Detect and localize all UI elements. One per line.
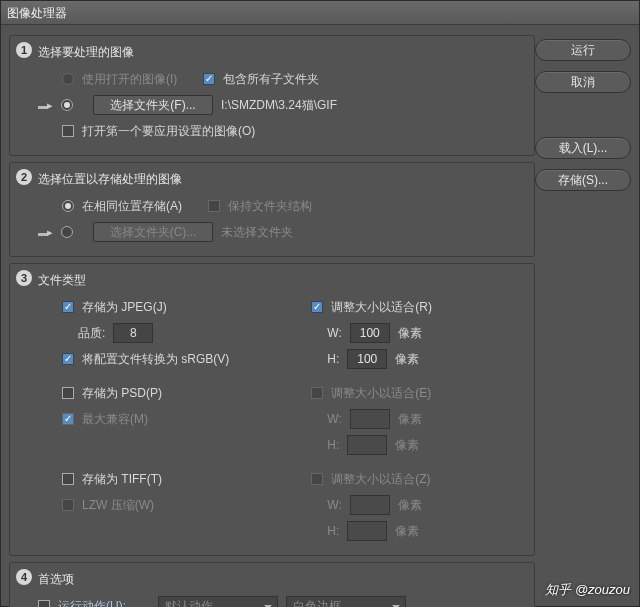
checkbox-keep-structure bbox=[208, 200, 220, 212]
input-psd-h bbox=[347, 435, 387, 455]
checkbox-lzw bbox=[62, 499, 74, 511]
label-jpeg-h: H: bbox=[327, 352, 339, 366]
step-badge-4: 4 bbox=[16, 569, 32, 585]
label-tiff-resize: 调整大小以适合(Z) bbox=[331, 471, 430, 488]
section-title-3: 文件类型 bbox=[38, 272, 526, 289]
unit-psd-w: 像素 bbox=[398, 411, 422, 428]
label-save-same-location: 在相同位置存储(A) bbox=[82, 198, 182, 215]
watermark-text: 知乎 @zouzou bbox=[545, 581, 630, 599]
checkbox-tiff-resize bbox=[311, 473, 323, 485]
checkbox-include-subfolders[interactable] bbox=[203, 73, 215, 85]
select-folder-button[interactable]: 选择文件夹(F)... bbox=[93, 95, 213, 115]
step-badge-3: 3 bbox=[16, 270, 32, 286]
label-include-subfolders: 包含所有子文件夹 bbox=[223, 71, 319, 88]
label-save-jpeg: 存储为 JPEG(J) bbox=[82, 299, 167, 316]
cancel-button[interactable]: 取消 bbox=[535, 71, 631, 93]
label-save-psd: 存储为 PSD(P) bbox=[82, 385, 162, 402]
input-tiff-w bbox=[350, 495, 390, 515]
unit-tiff-h: 像素 bbox=[395, 523, 419, 540]
label-keep-structure: 保持文件夹结构 bbox=[228, 198, 312, 215]
label-psd-resize: 调整大小以适合(E) bbox=[331, 385, 431, 402]
label-psd-w: W: bbox=[327, 412, 341, 426]
section-source: 1 选择要处理的图像 使用打开的图像(I) 包含所有子文件夹 选择文件夹(F).… bbox=[9, 35, 535, 156]
input-tiff-h bbox=[347, 521, 387, 541]
checkbox-run-action[interactable] bbox=[38, 600, 50, 607]
run-button[interactable]: 运行 bbox=[535, 39, 631, 61]
checkbox-save-psd[interactable] bbox=[62, 387, 74, 399]
label-tiff-h: H: bbox=[327, 524, 339, 538]
checkbox-open-first[interactable] bbox=[62, 125, 74, 137]
unit-psd-h: 像素 bbox=[395, 437, 419, 454]
folder-path-text: I:\SMZDM\3.24猫\GIF bbox=[221, 97, 337, 114]
label-jpeg-resize: 调整大小以适合(R) bbox=[331, 299, 432, 316]
section-title-1: 选择要处理的图像 bbox=[38, 44, 526, 61]
label-use-open-images: 使用打开的图像(I) bbox=[82, 71, 177, 88]
label-max-compat: 最大兼容(M) bbox=[82, 411, 148, 428]
radio-dest-folder[interactable] bbox=[61, 226, 73, 238]
label-save-tiff: 存储为 TIFF(T) bbox=[82, 471, 162, 488]
unit-jpeg-w: 像素 bbox=[398, 325, 422, 342]
label-convert-srgb: 将配置文件转换为 sRGB(V) bbox=[82, 351, 229, 368]
unit-tiff-w: 像素 bbox=[398, 497, 422, 514]
radio-save-same-location[interactable] bbox=[62, 200, 74, 212]
label-jpeg-w: W: bbox=[327, 326, 341, 340]
checkbox-save-tiff[interactable] bbox=[62, 473, 74, 485]
step-badge-2: 2 bbox=[16, 169, 32, 185]
dest-folder-button[interactable]: 选择文件夹(C)... bbox=[93, 222, 213, 242]
select-action-name: 白色边框 bbox=[286, 596, 406, 607]
input-quality[interactable] bbox=[113, 323, 153, 343]
label-tiff-w: W: bbox=[327, 498, 341, 512]
section-prefs: 4 首选项 运行动作(U): 默认动作 白色边框 版权信息: 包含 ICC 配置… bbox=[9, 562, 535, 607]
save-button[interactable]: 存储(S)... bbox=[535, 169, 631, 191]
folder-icon-2 bbox=[38, 226, 53, 239]
radio-use-open-images bbox=[62, 73, 74, 85]
input-jpeg-h[interactable] bbox=[347, 349, 387, 369]
label-psd-h: H: bbox=[327, 438, 339, 452]
label-lzw: LZW 压缩(W) bbox=[82, 497, 154, 514]
label-run-action: 运行动作(U): bbox=[58, 598, 126, 608]
load-button[interactable]: 载入(L)... bbox=[535, 137, 631, 159]
section-title-2: 选择位置以存储处理的图像 bbox=[38, 171, 526, 188]
section-destination: 2 选择位置以存储处理的图像 在相同位置存储(A) 保持文件夹结构 选择文件夹(… bbox=[9, 162, 535, 257]
label-quality: 品质: bbox=[78, 325, 105, 342]
radio-select-folder[interactable] bbox=[61, 99, 73, 111]
checkbox-max-compat bbox=[62, 413, 74, 425]
step-badge-1: 1 bbox=[16, 42, 32, 58]
section-title-4: 首选项 bbox=[38, 571, 526, 588]
input-jpeg-w[interactable] bbox=[350, 323, 390, 343]
checkbox-convert-srgb[interactable] bbox=[62, 353, 74, 365]
input-psd-w bbox=[350, 409, 390, 429]
folder-icon bbox=[38, 99, 53, 112]
window-title: 图像处理器 bbox=[1, 1, 639, 25]
checkbox-psd-resize bbox=[311, 387, 323, 399]
dest-folder-text: 未选择文件夹 bbox=[221, 224, 293, 241]
select-action-set: 默认动作 bbox=[158, 596, 278, 607]
unit-jpeg-h: 像素 bbox=[395, 351, 419, 368]
label-open-first: 打开第一个要应用设置的图像(O) bbox=[82, 123, 255, 140]
checkbox-save-jpeg[interactable] bbox=[62, 301, 74, 313]
checkbox-jpeg-resize[interactable] bbox=[311, 301, 323, 313]
section-file-type: 3 文件类型 存储为 JPEG(J) 品质: bbox=[9, 263, 535, 556]
